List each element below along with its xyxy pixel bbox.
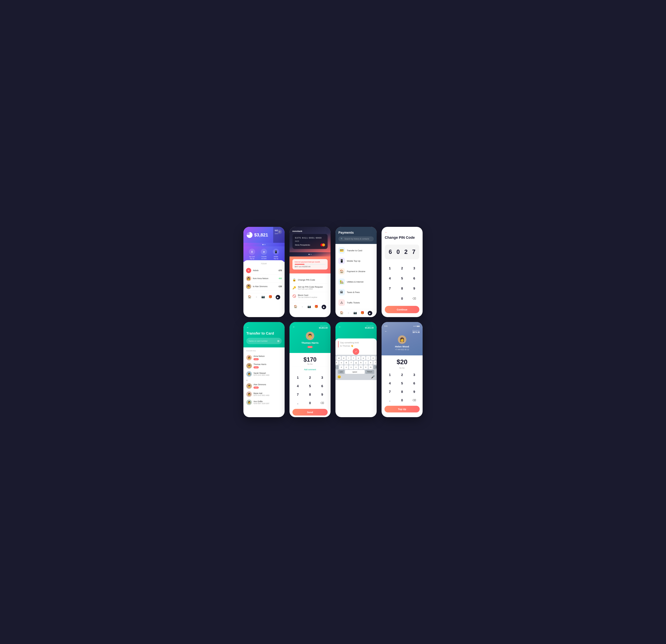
pay-taxes[interactable]: 🏛 Taxes & Fees [335, 287, 376, 297]
p8-key-9[interactable]: 9 [409, 388, 420, 395]
send-button[interactable]: Send [293, 409, 328, 416]
key-y[interactable]: y [356, 356, 361, 360]
pin-key-3[interactable]: 3 [409, 264, 419, 272]
send-circle-button[interactable]: ✓ [353, 348, 359, 355]
key-backspace[interactable]: ⌫ [373, 365, 376, 369]
key-l[interactable]: l [373, 361, 376, 365]
topup-button[interactable]: Top Up [385, 406, 420, 413]
p8-key-1[interactable]: 1 [385, 371, 396, 378]
num-0[interactable]: 0 [304, 399, 315, 406]
tx-anna[interactable]: 👩 from Anna Nelson 460 [246, 275, 282, 282]
scan-icon[interactable]: ⊞ [277, 340, 279, 343]
pin-key-1[interactable]: 1 [385, 264, 395, 272]
nav3-profile-icon[interactable]: ▶ [368, 311, 372, 315]
add-comment-link[interactable]: Add comment [293, 367, 328, 372]
num-dot[interactable]: . [293, 399, 303, 406]
key-123[interactable]: 123 [338, 370, 345, 374]
p8-key-8[interactable]: 8 [397, 388, 407, 395]
num-8[interactable]: 8 [304, 391, 315, 398]
pin-key-4[interactable]: 4 [385, 274, 395, 282]
contact-alan[interactable]: 👨 Alan Simmons mono [246, 382, 282, 390]
pin-key-0[interactable]: 0 [397, 294, 407, 302]
key-q[interactable]: q [335, 356, 336, 360]
key-m[interactable]: m [369, 365, 373, 369]
nav3-gift-icon[interactable]: 🎁 [361, 311, 364, 315]
contact-marie[interactable]: 👩 Marie Hall 5375 4141 0001 6400 [246, 390, 282, 398]
block-card-item[interactable]: 🚫 Block Card You can unblock it anytime [293, 292, 328, 300]
pin-key-6[interactable]: 6 [409, 274, 419, 282]
contact-anna[interactable]: 👩 Anna Nelson mono [246, 354, 282, 362]
nav3-add-icon[interactable]: ＋ [347, 311, 350, 315]
key-e[interactable]: e [341, 356, 346, 360]
nav2-add-icon[interactable]: ＋ [301, 305, 304, 309]
num-1[interactable]: 1 [293, 374, 303, 381]
key-i[interactable]: i [366, 356, 370, 360]
p8-key-5[interactable]: 5 [397, 380, 407, 387]
nav3-home-icon[interactable]: 🏠 [340, 311, 344, 315]
nav2-home-icon[interactable]: 🏠 [294, 305, 297, 309]
p8-key-6[interactable]: 6 [409, 380, 420, 387]
pin-key-delete[interactable]: ⌫ [409, 294, 419, 302]
mic-icon[interactable]: 🎤 [371, 375, 375, 379]
num-9[interactable]: 9 [317, 391, 328, 398]
key-p[interactable]: p [376, 356, 376, 360]
key-n[interactable]: n [364, 365, 368, 369]
key-o[interactable]: o [371, 356, 375, 360]
card-input[interactable]: Name or card number ⊞ [246, 338, 282, 344]
key-f[interactable]: f [349, 361, 353, 365]
emoji-icon[interactable]: 😊 [337, 375, 341, 379]
nav2-profile-icon[interactable]: ▶ [321, 305, 326, 309]
change-pin-item[interactable]: 🔒 Change PIN Code [293, 276, 328, 284]
key-z[interactable]: z [339, 365, 344, 369]
p8-key-del[interactable]: ⌫ [409, 397, 420, 404]
p8-back-icon[interactable]: ← [385, 330, 387, 333]
nav2-camera-icon[interactable]: 📷 [308, 305, 311, 309]
pin-key-7[interactable]: 7 [385, 284, 395, 293]
key-space[interactable]: space [345, 370, 365, 374]
num-3[interactable]: 3 [317, 374, 328, 381]
key-c[interactable]: c [349, 365, 353, 369]
key-d[interactable]: d [344, 361, 348, 365]
pin-key-2[interactable]: 2 [397, 264, 407, 272]
num-6[interactable]: 6 [317, 382, 328, 389]
key-s[interactable]: s [339, 361, 344, 365]
key-x[interactable]: x [344, 365, 348, 369]
key-return[interactable]: Return [365, 370, 374, 374]
key-t[interactable]: t [351, 356, 356, 360]
nav-home-icon[interactable]: 🏠 [248, 295, 251, 299]
p8-key-0[interactable]: 0 [397, 397, 407, 404]
my-card-topup-button[interactable]: ⬇ My CardTop Up [249, 249, 255, 260]
nav-add-icon[interactable]: ＋ [255, 295, 258, 299]
search-bar[interactable]: 🔍 Search by history & contacts [338, 237, 374, 241]
pin-back-icon[interactable]: ← [385, 231, 420, 234]
pay-utilities[interactable]: 🏡 Utilities & Internet [335, 277, 376, 287]
pay-mobile-topup[interactable]: 📱 Mobile Top Up [335, 256, 376, 266]
key-k[interactable]: k [369, 361, 373, 365]
key-g[interactable]: g [354, 361, 358, 365]
pin-key-5[interactable]: 5 [397, 274, 407, 282]
nav2-gift-icon[interactable]: 🎁 [314, 305, 318, 309]
key-v[interactable]: v [354, 365, 358, 369]
key-shift[interactable]: ⇧ [335, 365, 338, 369]
mobile-topup-button[interactable]: 📱 MobileTop Up [273, 249, 279, 260]
p8-key-dot[interactable]: . [385, 397, 396, 404]
num-5[interactable]: 5 [304, 382, 315, 389]
p8-key-7[interactable]: 7 [385, 388, 396, 395]
num-2[interactable]: 2 [304, 374, 315, 381]
contact-thomas[interactable]: 👨 Thomas Harris mono [246, 362, 282, 370]
setup-pin-item[interactable]: 🔑 Set Up PIN Code Request Don't ask up t… [293, 284, 328, 292]
pay-transfer-card[interactable]: 💳 Transfer to Card [335, 245, 376, 256]
p8-key-4[interactable]: 4 [385, 380, 396, 387]
p8-key-2[interactable]: 2 [397, 371, 407, 378]
continue-button[interactable]: Continue [385, 306, 420, 313]
nav-camera-icon[interactable]: 📷 [261, 295, 265, 299]
pay-traffic[interactable]: ⚠ Traffic Tickets [335, 297, 376, 308]
nav-profile-icon[interactable]: ▶ [276, 295, 280, 299]
pin-key-9[interactable]: 9 [409, 284, 419, 293]
nav-gift-icon[interactable]: 🎁 [268, 295, 272, 299]
key-a[interactable]: a [335, 361, 338, 365]
num-del[interactable]: ⌫ [317, 399, 328, 406]
pay-ukraine[interactable]: 🏠 Payment in Ukraine [335, 266, 376, 277]
key-r[interactable]: r [347, 356, 351, 360]
chat-placeholder-text[interactable]: Say something boldto Thomas 👋 [338, 341, 374, 347]
